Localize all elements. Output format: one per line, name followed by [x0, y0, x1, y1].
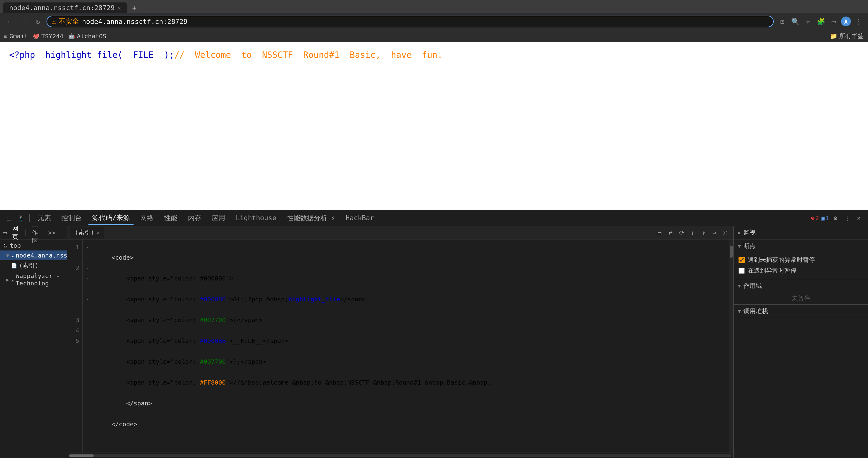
devtools-panel: ⬚ 📱 元素 控制台 源代码/来源 网络 性能 内存 应用 Lighthouse… [0, 210, 868, 458]
devtools-tab-memory[interactable]: 内存 [184, 212, 206, 225]
back-button[interactable]: ← [4, 16, 15, 27]
tree-item-index[interactable]: 📄 (索引) [0, 260, 67, 271]
devtools-tab-application[interactable]: 应用 [208, 212, 229, 225]
tree-item-wappalyzer[interactable]: ▶ ☁ Wappalyzer - Technolog [0, 271, 67, 288]
editor-stepover-icon[interactable]: ⟳ [677, 228, 686, 237]
editor-tab-label: (索引) [75, 229, 94, 237]
devtools-tab-elements[interactable]: 元素 [33, 212, 55, 225]
breakpoint-caught-checkbox[interactable] [739, 268, 745, 274]
sidebar-toolbar: ▭ 网页 | 工作区 >> ⋮ [0, 226, 67, 239]
editor-stepup-icon[interactable]: ↑ [699, 228, 708, 237]
vertical-scrollbar[interactable] [729, 239, 733, 452]
devtools-tab-network[interactable]: 网络 [136, 212, 158, 225]
bookmarks-bar: ✉ Gmail 🐙 TSY244 🤖 AlchatOS 📁 所有书签 [0, 30, 868, 42]
menu-icon[interactable]: ⋮ [853, 16, 864, 27]
page-content: <?php highlight_file(__FILE__);// Welcom… [0, 42, 868, 210]
cloud-icon: ☁ [11, 253, 14, 259]
devtools-tab-perf-analysis[interactable]: 性能数据分析 ⚡ [282, 212, 340, 225]
tree-item-node4[interactable]: ▼ ☁ node4.anna.nssctf.cn:28 [0, 250, 67, 260]
bookmark-star-icon[interactable]: ☆ [803, 16, 813, 27]
editor-split-icon[interactable]: ▭ [655, 228, 664, 237]
scrollbar-thumb-h[interactable] [69, 454, 94, 457]
all-bookmarks-label: 所有书签 [839, 32, 864, 40]
code-content[interactable]: <code> <span style="color: #000000"> <sp… [92, 239, 733, 452]
bookmark-gmail-label: Gmail [9, 32, 28, 40]
tree-collapsed-arrow: ▶ [6, 277, 9, 283]
scope-header[interactable]: ▼ 作用域 [734, 279, 868, 292]
nav-bar: ← → ↻ ⚠ 不安全 node4.anna.nssctf.cn:28729 ⊡… [0, 13, 868, 30]
folder-icon: 📁 [830, 32, 837, 40]
scrollbar-thumb[interactable] [730, 245, 733, 258]
tree-item-wappalyzer-label: Wappalyzer - Technolog [16, 272, 64, 287]
call-stack-arrow-icon: ▼ [738, 308, 741, 314]
code-area: 1 2 3 4 5 - - - - - - [67, 239, 733, 452]
split-icon[interactable]: ▭ [828, 16, 839, 27]
tree-item-top-label: top [10, 242, 21, 249]
devtools-more-icon[interactable]: ⋮ [842, 213, 852, 223]
all-bookmarks[interactable]: 📁 所有书签 [830, 32, 864, 40]
php-comment: // Welcome to NSSCTF Round#1 Basic, have… [174, 50, 442, 60]
tree-item-top[interactable]: 🗂 top [0, 241, 67, 250]
bookmark-gmail[interactable]: ✉ Gmail [4, 32, 28, 40]
watch-label: 监视 [743, 229, 756, 237]
editor-stepout-icon[interactable]: → [710, 228, 719, 237]
editor-stepdown-icon[interactable]: ↓ [688, 228, 697, 237]
editor-sync-icon[interactable]: ⇄ [666, 228, 675, 237]
warn-badge: ▣ 1 [821, 214, 829, 222]
devtools-device-icon[interactable]: 📱 [16, 213, 26, 223]
tab-title: node4.anna.nssctf.cn:28729 [9, 4, 115, 12]
sidebar-menu-icon[interactable]: ⋮ [58, 229, 64, 236]
php-source-code: <?php highlight_file(__FILE__);// Welcom… [9, 49, 859, 62]
breakpoints-content: 遇到未捕获的异常时暂停 在遇到异常时暂停 [734, 253, 868, 279]
sidebar-file-tree: 🗂 top ▼ ☁ node4.anna.nssctf.cn:28 📄 (索引)… [0, 239, 67, 458]
bookmark-alchat[interactable]: 🤖 AlchatOS [68, 32, 106, 40]
breakpoints-label: 断点 [743, 242, 756, 250]
devtools-close-icon[interactable]: ✕ [854, 213, 864, 223]
github-icon: 🐙 [33, 33, 39, 39]
watch-arrow-icon: ▶ [738, 230, 741, 235]
devtools-tab-console[interactable]: 控制台 [57, 212, 86, 225]
new-tab-button[interactable]: ＋ [129, 3, 139, 13]
toolbar-separator [29, 214, 30, 222]
gmail-icon: ✉ [4, 33, 8, 39]
address-bar[interactable]: ⚠ 不安全 node4.anna.nssctf.cn:28729 [46, 16, 774, 27]
breakpoint-uncaught-label: 遇到未捕获的异常时暂停 [748, 256, 815, 264]
reload-button[interactable]: ↻ [32, 16, 43, 27]
bookmark-tsy244[interactable]: 🐙 TSY244 [33, 32, 63, 40]
horizontal-scrollbar[interactable] [67, 452, 733, 458]
devtools-inspect-icon[interactable]: ⬚ [4, 213, 14, 223]
editor-tab-close-icon[interactable]: ✕ [97, 230, 100, 235]
error-badge: ⊗ 2 [811, 214, 819, 222]
devtools-right-icons: ⊗ 2 ▣ 1 ⚙ ⋮ ✕ [811, 213, 864, 223]
devtools-tab-sources[interactable]: 源代码/来源 [88, 211, 134, 225]
call-stack-label: 调用堆栈 [743, 307, 768, 316]
address-text[interactable]: node4.anna.nssctf.cn:28729 [82, 18, 768, 25]
watch-header[interactable]: ▶ 监视 [734, 226, 868, 239]
translate-icon[interactable]: ⊡ [777, 16, 788, 27]
scrollbar-track[interactable] [69, 454, 732, 457]
editor-deactivate-icon[interactable]: ⛌ [721, 228, 730, 237]
devtools-tab-lighthouse[interactable]: Lighthouse [231, 212, 280, 224]
alchat-icon: 🤖 [68, 33, 75, 39]
forward-button[interactable]: → [18, 16, 29, 27]
bookmark-tsy244-label: TSY244 [41, 32, 63, 40]
avatar[interactable]: A [841, 17, 851, 26]
call-stack-header[interactable]: ▼ 调用堆栈 [734, 305, 868, 318]
devtools-settings-icon[interactable]: ⚙ [831, 213, 840, 223]
insecure-label: 不安全 [59, 17, 79, 26]
sidebar-more-icon[interactable]: >> [48, 229, 55, 236]
call-stack-section: ▼ 调用堆栈 [734, 305, 868, 318]
breakpoint-caught: 在遇到异常时暂停 [739, 265, 863, 276]
editor-tab-index[interactable]: (索引) ✕ [70, 227, 104, 239]
devtools-right-panel: ▶ 监视 ▼ 断点 遇到未捕获的异常时暂停 在遇到异常时暂停 [733, 226, 868, 458]
sidebar-toggle-icon[interactable]: ▭ [3, 229, 7, 236]
tab-close-icon[interactable]: ✕ [118, 5, 121, 11]
browser-tab[interactable]: node4.anna.nssctf.cn:28729 ✕ [3, 2, 127, 13]
devtools-tab-hackbar[interactable]: HackBar [341, 212, 378, 224]
extensions-icon[interactable]: 🧩 [815, 16, 826, 27]
zoom-icon[interactable]: 🔍 [789, 16, 801, 27]
breakpoints-header[interactable]: ▼ 断点 [734, 239, 868, 253]
cloud2-icon: ☁ [11, 277, 14, 283]
breakpoint-uncaught-checkbox[interactable] [739, 257, 745, 263]
devtools-tab-performance[interactable]: 性能 [160, 212, 182, 225]
